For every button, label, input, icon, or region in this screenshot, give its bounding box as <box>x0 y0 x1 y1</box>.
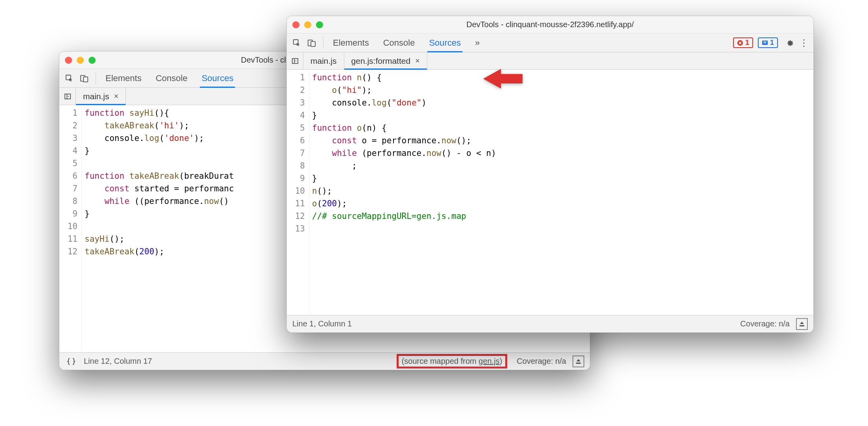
tab-console[interactable]: Console <box>382 34 417 52</box>
gear-icon[interactable] <box>783 38 797 48</box>
traffic-lights <box>292 21 323 28</box>
drawer-toggle-icon[interactable] <box>796 318 808 330</box>
device-toolbar-icon[interactable] <box>304 36 319 50</box>
zoom-window-icon[interactable] <box>316 21 323 28</box>
error-count-badge[interactable]: 1 <box>733 37 753 48</box>
svg-rect-11 <box>292 58 297 63</box>
coverage-status: Coverage: n/a <box>740 319 790 328</box>
tab-elements[interactable]: Elements <box>331 34 371 52</box>
file-tab-label: main.js <box>83 92 109 101</box>
tab-sources[interactable]: Sources <box>200 69 235 87</box>
svg-rect-8 <box>311 41 315 46</box>
svg-rect-2 <box>83 77 88 82</box>
file-tab-main-js[interactable]: main.js <box>303 52 344 69</box>
issue-count-badge[interactable]: 1 <box>758 37 778 48</box>
panel-tabs: Elements Console Sources » <box>327 34 485 52</box>
inspect-element-icon[interactable] <box>289 36 304 50</box>
devtools-window-front: DevTools - clinquant-mousse-2f2396.netli… <box>286 16 814 333</box>
navigator-toggle-icon[interactable] <box>287 52 303 69</box>
coverage-status: Coverage: n/a <box>517 357 566 366</box>
close-icon[interactable]: × <box>114 92 119 101</box>
navigator-toggle-icon[interactable] <box>59 88 76 105</box>
file-tabs: main.js gen.js:formatted × <box>287 52 813 70</box>
svg-rect-13 <box>800 325 804 326</box>
tab-console[interactable]: Console <box>154 69 189 87</box>
file-tab-label: gen.js:formatted <box>351 56 411 66</box>
panel-toolbar: Elements Console Sources » 1 1 ⋮ <box>287 33 813 52</box>
file-tab-gen-js-formatted[interactable]: gen.js:formatted × <box>344 52 427 69</box>
line-gutter: 123456789101112 <box>59 105 81 352</box>
cursor-position: Line 12, Column 17 <box>84 357 152 366</box>
separator <box>323 37 323 49</box>
source-mapped-callout: (source mapped from gen.js) <box>397 354 508 369</box>
cursor-position: Line 1, Column 1 <box>292 319 352 328</box>
kebab-menu-icon[interactable]: ⋮ <box>797 37 811 48</box>
file-tab-main-js[interactable]: main.js × <box>76 88 126 105</box>
traffic-lights <box>65 57 96 64</box>
titlebar: DevTools - clinquant-mousse-2f2396.netli… <box>287 16 813 33</box>
svg-rect-3 <box>65 94 70 99</box>
svg-rect-5 <box>576 363 581 364</box>
close-window-icon[interactable] <box>65 57 72 64</box>
inspect-element-icon[interactable] <box>62 71 77 85</box>
minimize-window-icon[interactable] <box>304 21 311 28</box>
tab-elements[interactable]: Elements <box>104 69 143 87</box>
status-bar: Line 12, Column 17 (source mapped from g… <box>59 352 590 370</box>
device-toolbar-icon[interactable] <box>77 71 92 85</box>
pretty-print-icon[interactable] <box>65 357 78 365</box>
status-bar: Line 1, Column 1 Coverage: n/a <box>287 315 813 332</box>
code-content[interactable]: function n() { o("hi"); console.log("don… <box>309 70 813 315</box>
separator <box>96 72 96 84</box>
drawer-toggle-icon[interactable] <box>573 356 584 367</box>
code-editor[interactable]: 12345678910111213 function n() { o("hi")… <box>287 70 813 315</box>
window-title: DevTools - clinquant-mousse-2f2396.netli… <box>287 20 813 29</box>
close-icon[interactable]: × <box>415 56 420 65</box>
file-tab-label: main.js <box>310 56 337 66</box>
minimize-window-icon[interactable] <box>77 57 84 64</box>
annotation-arrow-icon <box>479 63 526 96</box>
line-gutter: 12345678910111213 <box>287 70 309 315</box>
source-map-link[interactable]: gen.js <box>478 357 499 365</box>
more-tabs-icon[interactable]: » <box>473 34 481 52</box>
zoom-window-icon[interactable] <box>89 57 96 64</box>
panel-tabs: Elements Console Sources <box>100 69 239 87</box>
tab-sources[interactable]: Sources <box>427 34 462 52</box>
close-window-icon[interactable] <box>292 21 299 28</box>
